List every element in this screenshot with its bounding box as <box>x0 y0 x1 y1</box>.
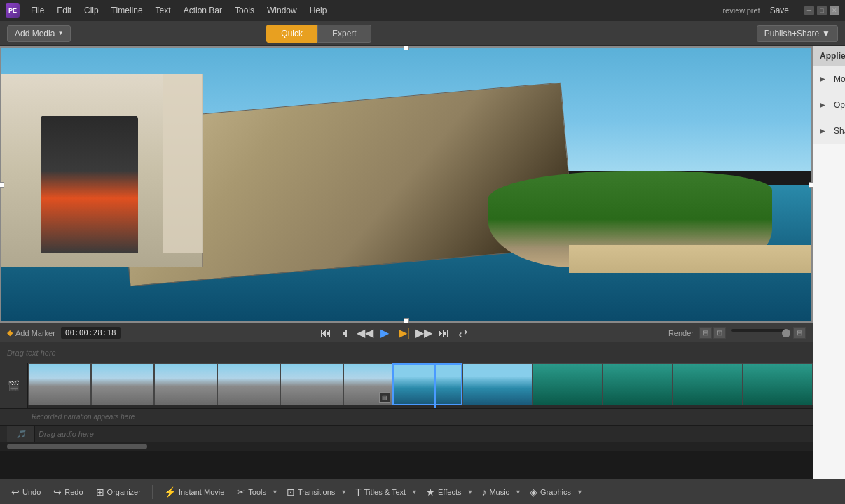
panel-toggle-button[interactable]: ⊟ <box>793 327 806 339</box>
clip-8[interactable] <box>462 363 533 405</box>
maximize-button[interactable]: □ <box>817 6 827 15</box>
play-button[interactable]: ▶ <box>376 325 393 342</box>
titles-text-button[interactable]: T Titles & Text <box>351 484 410 500</box>
menu-window[interactable]: Window <box>261 4 303 17</box>
clip-4[interactable] <box>217 363 280 405</box>
ship-rail <box>163 74 203 254</box>
playhead <box>434 363 436 408</box>
graphics-button[interactable]: ◈ Graphics <box>525 484 575 500</box>
transitions-label: Transitions <box>298 488 335 496</box>
video-scene <box>0 46 813 323</box>
menu-bar: File Edit Clip Timeline Text Action Bar … <box>25 4 717 17</box>
add-media-button[interactable]: Add Media ▼ <box>7 25 71 42</box>
publish-share-button[interactable]: Publish+Share ▼ <box>757 25 838 42</box>
quick-mode-button[interactable]: Quick <box>266 24 317 43</box>
clip-11[interactable] <box>673 363 743 405</box>
step-back-button[interactable]: ◀◀ <box>357 325 373 342</box>
video-track-icon: 🎬 <box>8 380 20 391</box>
motion-effect-row[interactable]: ▶ Motion 👁 ↺ ✕ <box>813 66 845 92</box>
progress-container <box>731 329 788 337</box>
clip-3[interactable] <box>154 363 217 405</box>
scrollbar-thumb[interactable] <box>7 444 147 449</box>
progress-thumb[interactable] <box>782 329 790 337</box>
music-arrow-button[interactable]: ▼ <box>515 489 521 496</box>
separator-1 <box>152 485 153 499</box>
clip-7-selected[interactable] <box>392 363 462 405</box>
step-forward-button[interactable]: ▶▶ <box>415 325 432 342</box>
timeline-controls: ◆ Add Marker 00:00:28:18 ⏮ ⏴ ◀◀ ▶ ▶| ▶▶ … <box>0 323 813 342</box>
toolbar: Add Media ▼ Quick Expert Publish+Share ▼ <box>0 21 845 46</box>
organizer-label: Organizer <box>107 488 141 496</box>
audio-label: Drag audio here <box>39 430 94 438</box>
shadow-highlight-effect-row[interactable]: ▶ Shadow/Highlight 👁 ↺ ✕ <box>813 118 845 144</box>
play-pause-button[interactable]: ▶| <box>396 325 413 342</box>
redo-button[interactable]: ↪ Redo <box>49 484 87 500</box>
view-fullscreen-button[interactable]: ⊡ <box>713 327 726 339</box>
preview-area: ◆ Add Marker 00:00:28:18 ⏮ ⏴ ◀◀ ▶ ▶| ▶▶ … <box>0 46 813 479</box>
video-track-label: 🎬 <box>0 363 28 408</box>
save-button[interactable]: Save <box>766 4 793 17</box>
titles-text-label: Titles & Text <box>364 488 406 496</box>
undo-label: Undo <box>22 488 41 496</box>
marker-diamond-icon: ◆ <box>7 328 13 337</box>
opacity-expand-icon: ▶ <box>820 101 828 109</box>
clip-9[interactable] <box>533 363 603 405</box>
skip-to-start-button[interactable]: ⏮ <box>317 325 334 342</box>
opacity-effect-label: Opacity <box>834 100 845 110</box>
tools-arrow-button[interactable]: ▼ <box>272 489 278 496</box>
transitions-arrow-button[interactable]: ▼ <box>341 489 347 496</box>
audio-track-icon: 🎵 <box>16 430 26 439</box>
effects-panel: Applied Effects » ▶ Motion 👁 ↺ ✕ ▶ Opaci… <box>813 46 845 479</box>
effects-label: Effects <box>438 488 461 496</box>
titles-text-group: T Titles & Text ▼ <box>351 484 418 500</box>
menu-file[interactable]: File <box>25 4 50 17</box>
drag-text-track: Drag text here <box>0 342 813 363</box>
redo-icon: ↪ <box>53 486 62 498</box>
instant-movie-label: Instant Movie <box>179 488 224 496</box>
render-button[interactable]: Render <box>668 329 694 337</box>
loop-button[interactable]: ⇄ <box>455 325 472 342</box>
shadow-effect-label: Shadow/Highlight <box>834 126 845 136</box>
undo-button[interactable]: ↩ Undo <box>7 484 45 500</box>
tools-button[interactable]: ✂ Tools <box>233 484 270 500</box>
menu-timeline[interactable]: Timeline <box>106 4 149 17</box>
effects-button[interactable]: ★ Effects <box>422 484 465 500</box>
bottom-toolbar: ↩ Undo ↪ Redo ⊞ Organizer ⚡ Instant Movi… <box>0 479 845 504</box>
undo-icon: ↩ <box>11 486 20 498</box>
clip-12[interactable] <box>743 363 813 405</box>
drag-text-label: Drag text here <box>7 349 56 357</box>
music-label: Music <box>489 488 509 496</box>
skip-to-end-button[interactable]: ⏭ <box>435 325 452 342</box>
marker-label: Add Marker <box>15 329 55 337</box>
menu-tools[interactable]: Tools <box>229 4 260 17</box>
effects-panel-header: Applied Effects » <box>813 46 845 66</box>
add-media-label: Add Media <box>15 29 55 38</box>
menu-text[interactable]: Text <box>150 4 177 17</box>
graphics-arrow-button[interactable]: ▼ <box>577 489 583 496</box>
video-track-content: ▤ <box>28 363 813 408</box>
prev-frame-button[interactable]: ⏴ <box>337 325 354 342</box>
titles-text-arrow-button[interactable]: ▼ <box>411 489 418 496</box>
view-timeline-button[interactable]: ⊟ <box>699 327 712 339</box>
minimize-button[interactable]: ─ <box>804 6 814 15</box>
organizer-button[interactable]: ⊞ Organizer <box>92 484 145 500</box>
audio-track: 🎵 Drag audio here <box>0 426 813 442</box>
close-button[interactable]: ✕ <box>830 6 839 15</box>
transitions-button[interactable]: ⊡ Transitions <box>282 484 339 500</box>
redo-label: Redo <box>64 488 83 496</box>
clip-6[interactable]: ▤ <box>343 363 392 405</box>
opacity-effect-row[interactable]: ▶ Opacity 👁 ↺ ✕ <box>813 92 845 118</box>
clip-2[interactable] <box>91 363 154 405</box>
add-marker-button[interactable]: ◆ Add Marker <box>7 328 55 337</box>
effects-arrow-button[interactable]: ▼ <box>467 489 473 496</box>
menu-help[interactable]: Help <box>304 4 333 17</box>
menu-edit[interactable]: Edit <box>51 4 77 17</box>
menu-clip[interactable]: Clip <box>78 4 104 17</box>
instant-movie-button[interactable]: ⚡ Instant Movie <box>160 484 228 500</box>
clip-5[interactable] <box>280 363 343 405</box>
menu-action-bar[interactable]: Action Bar <box>178 4 228 17</box>
expert-mode-button[interactable]: Expert <box>317 24 371 43</box>
clip-10[interactable] <box>603 363 673 405</box>
clip-1[interactable] <box>28 363 91 405</box>
music-button[interactable]: ♪ Music <box>477 484 514 500</box>
